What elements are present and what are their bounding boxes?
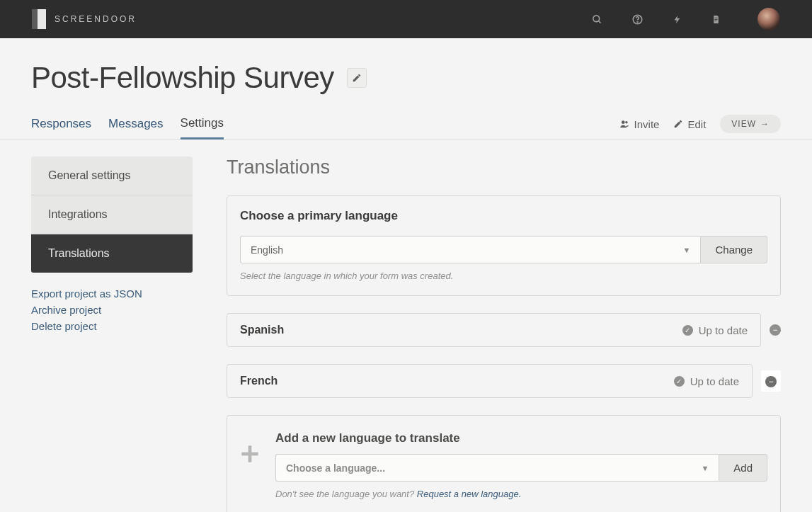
check-circle-icon: ✓: [682, 325, 693, 336]
main: General settings Integrations Translatio…: [0, 140, 812, 512]
add-language-panel: Add a new language to translate Choose a…: [227, 415, 781, 512]
search-icon[interactable]: [592, 14, 602, 25]
helper-prefix: Don't see the language you want?: [275, 489, 417, 499]
svg-rect-10: [241, 453, 258, 456]
language-row-spanish-wrap: Spanish ✓ Up to date −: [227, 313, 781, 347]
language-row-french[interactable]: French ✓ Up to date: [227, 364, 753, 398]
invite-button[interactable]: Invite: [619, 118, 660, 130]
tabs-row: Responses Messages Settings Invite Edit …: [0, 109, 812, 140]
check-circle-icon: ✓: [674, 376, 685, 387]
logo-mark-icon: [32, 9, 46, 29]
section-heading: Translations: [227, 157, 781, 178]
remove-language-button[interactable]: −: [770, 324, 781, 336]
document-icon[interactable]: [711, 14, 721, 25]
primary-language-select[interactable]: English ▼: [240, 236, 700, 263]
primary-language-value: English: [251, 244, 283, 256]
svg-point-8: [625, 121, 628, 124]
tabs-actions: Invite Edit VIEW →: [619, 115, 781, 133]
request-language-link[interactable]: Request a new language.: [417, 489, 521, 499]
lightning-icon[interactable]: [673, 14, 682, 25]
svg-point-0: [593, 15, 600, 21]
delete-project-link[interactable]: Delete project: [31, 318, 193, 334]
primary-language-heading: Choose a primary language: [240, 209, 767, 223]
page-title: Post-Fellowship Survey: [31, 61, 334, 95]
language-status: ✓ Up to date: [682, 324, 748, 336]
tab-responses[interactable]: Responses: [31, 110, 91, 138]
edit-title-button[interactable]: [347, 68, 367, 88]
project-links: Export project as JSON Archive project D…: [31, 285, 193, 334]
svg-rect-6: [714, 21, 716, 21]
svg-rect-4: [714, 17, 717, 18]
svg-rect-5: [714, 18, 717, 19]
view-label: VIEW: [731, 119, 756, 129]
remove-language-button-hover: −: [761, 370, 781, 392]
add-language-row: Choose a language... ▼ Add: [275, 454, 767, 482]
language-row-spanish[interactable]: Spanish ✓ Up to date: [227, 313, 761, 347]
add-language-body: Add a new language to translate Choose a…: [275, 431, 767, 499]
add-language-select[interactable]: Choose a language... ▼: [275, 454, 719, 482]
add-language-heading: Add a new language to translate: [275, 431, 767, 445]
svg-line-1: [598, 21, 600, 23]
settings-nav: General settings Integrations Translatio…: [31, 157, 193, 273]
primary-language-panel: Choose a primary language English ▼ Chan…: [227, 195, 781, 296]
invite-label: Invite: [634, 118, 660, 130]
header-actions: [592, 8, 780, 30]
arrow-right-icon: →: [760, 119, 770, 129]
people-icon: [619, 119, 630, 129]
logo-area[interactable]: SCREENDOOR: [32, 9, 137, 29]
add-language-placeholder: Choose a language...: [286, 462, 385, 474]
sidebar-item-translations[interactable]: Translations: [31, 234, 193, 273]
help-icon[interactable]: [632, 14, 643, 25]
language-status-text: Up to date: [699, 324, 748, 336]
app-header: SCREENDOOR: [0, 0, 812, 38]
minus-icon: −: [772, 325, 777, 335]
language-name: French: [240, 375, 278, 387]
tab-settings[interactable]: Settings: [181, 109, 224, 140]
view-button[interactable]: VIEW →: [720, 115, 781, 133]
language-status-text: Up to date: [690, 375, 739, 387]
language-row-french-wrap: French ✓ Up to date −: [227, 364, 781, 398]
language-status: ✓ Up to date: [674, 375, 739, 387]
content: Translations Choose a primary language E…: [227, 157, 781, 512]
export-project-link[interactable]: Export project as JSON: [31, 285, 193, 302]
settings-sidebar: General settings Integrations Translatio…: [31, 157, 193, 512]
add-language-helper: Don't see the language you want? Request…: [275, 489, 767, 499]
add-button[interactable]: Add: [719, 454, 767, 482]
edit-label: Edit: [687, 118, 706, 130]
remove-language-button[interactable]: −: [765, 376, 777, 387]
svg-point-3: [637, 21, 638, 22]
tab-messages[interactable]: Messages: [108, 110, 163, 138]
avatar[interactable]: [757, 8, 780, 30]
svg-point-7: [622, 120, 625, 124]
brand-name: SCREENDOOR: [55, 14, 137, 24]
caret-down-icon: ▼: [701, 464, 709, 472]
archive-project-link[interactable]: Archive project: [31, 302, 193, 318]
caret-down-icon: ▼: [683, 246, 691, 254]
pencil-icon: [673, 119, 683, 129]
sidebar-item-general[interactable]: General settings: [31, 157, 193, 195]
primary-language-row: English ▼ Change: [240, 236, 767, 263]
change-button[interactable]: Change: [700, 236, 767, 263]
plus-icon: [240, 444, 260, 464]
minus-icon: −: [768, 377, 773, 387]
title-block: Post-Fellowship Survey: [0, 38, 812, 95]
primary-language-helper: Select the language in which your form w…: [240, 271, 767, 281]
language-name: Spanish: [240, 324, 284, 336]
pencil-icon: [352, 73, 362, 83]
edit-button[interactable]: Edit: [673, 118, 706, 130]
sidebar-item-integrations[interactable]: Integrations: [31, 195, 193, 234]
